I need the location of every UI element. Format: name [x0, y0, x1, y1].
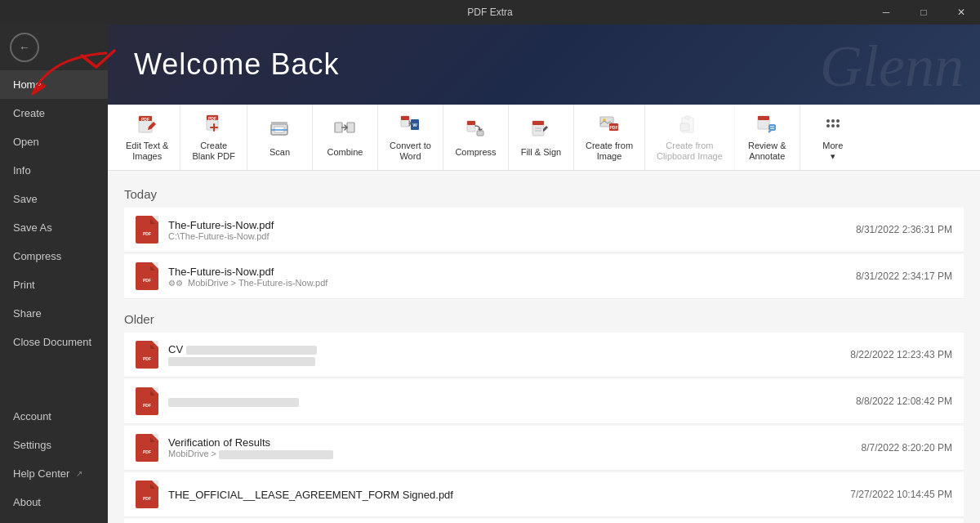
svg-marker-44 — [150, 219, 155, 224]
close-button[interactable]: ✕ — [942, 0, 980, 25]
svg-text:PDF: PDF — [208, 115, 216, 120]
compress-icon — [462, 116, 488, 142]
file-item[interactable]: PDF THE_OFFICIAL__LEASE_AGREEMENT_FORM S… — [124, 472, 964, 517]
tool-scan[interactable]: Scan — [247, 105, 313, 170]
sidebar-item-compress[interactable]: Compress — [0, 242, 108, 270]
svg-text:PDF: PDF — [141, 116, 149, 121]
sidebar-item-about[interactable]: About — [0, 488, 108, 516]
sidebar-item-home[interactable]: Home — [0, 70, 108, 99]
tool-review-annotate[interactable]: Review &Annotate — [735, 105, 800, 170]
svg-rect-13 — [347, 123, 354, 132]
sidebar-item-settings[interactable]: Settings — [0, 431, 108, 459]
external-link-icon: ↗ — [76, 469, 82, 478]
tool-more[interactable]: More▾ — [800, 105, 866, 170]
sidebar-label-settings: Settings — [13, 439, 51, 451]
sidebar-item-info[interactable]: Info — [0, 156, 108, 185]
sidebar-label-help: Help Center — [13, 467, 69, 480]
tool-compress-label: Compress — [455, 147, 496, 158]
sidebar-item-share[interactable]: Share — [0, 299, 108, 328]
restore-button[interactable]: □ — [905, 0, 942, 25]
svg-text:PDF: PDF — [143, 278, 151, 283]
tool-convert-word[interactable]: W Convert toWord — [378, 105, 443, 170]
back-button[interactable]: ← — [10, 33, 39, 62]
tool-more-label: More▾ — [822, 141, 843, 162]
sidebar-item-open[interactable]: Open — [0, 127, 108, 156]
sidebar-label-create: Create — [13, 107, 45, 119]
svg-rect-10 — [271, 122, 287, 125]
welcome-header: Welcome Back — [108, 25, 980, 105]
svg-rect-34 — [768, 124, 776, 131]
svg-point-42 — [836, 124, 840, 127]
svg-point-39 — [836, 119, 840, 123]
sidebar-nav: Home Create Open Info Save Save As Compr… — [0, 70, 108, 402]
file-item[interactable]: PDF 8/8/2022 12:08:42 PM — [124, 379, 964, 424]
svg-rect-46 — [139, 266, 155, 287]
minimize-button[interactable]: ─ — [867, 0, 905, 25]
create-image-icon: PDF — [596, 113, 622, 136]
tool-clipboard-label: Create fromClipboard Image — [657, 141, 723, 162]
main-content: Welcome Back PDF Edit Text &Images — [108, 25, 980, 523]
file-item[interactable]: PDF The-Future-is-Now.pdf C:\The-Future-… — [124, 208, 964, 253]
tool-create-image[interactable]: PDF Create fromImage — [574, 105, 645, 170]
svg-point-40 — [826, 124, 830, 127]
sidebar-item-save[interactable]: Save — [0, 185, 108, 213]
svg-text:PDF: PDF — [143, 231, 151, 236]
tool-fill-sign[interactable]: Fill & Sign — [509, 105, 574, 170]
sidebar-item-account[interactable]: Account — [0, 402, 108, 431]
clipboard-image-icon — [676, 113, 702, 136]
file-path — [168, 355, 840, 366]
svg-text:PDF: PDF — [143, 449, 151, 454]
file-details: CV — [168, 343, 840, 366]
file-item[interactable]: PDF CV 8/22/2022 12:23:43 PM — [124, 333, 964, 378]
sidebar-label-open: Open — [13, 136, 39, 148]
svg-marker-47 — [150, 266, 155, 270]
file-path: C:\The-Future-is-Now.pdf — [168, 231, 846, 241]
tool-compress[interactable]: Compress — [443, 105, 509, 170]
sidebar-item-save-as[interactable]: Save As — [0, 213, 108, 242]
file-date: 8/22/2022 12:23:43 PM — [850, 349, 952, 360]
file-date: 8/31/2022 2:36:31 PM — [856, 224, 952, 235]
tool-create-blank[interactable]: PDF CreateBlank PDF — [180, 105, 247, 170]
sidebar-label-save-as: Save As — [13, 221, 52, 234]
svg-rect-31 — [680, 123, 689, 131]
section-older: Older — [124, 312, 964, 326]
pdf-file-icon: PDF — [136, 434, 158, 462]
file-area[interactable]: Today PDF The-Future-is-Now.pdf C:\The-F… — [108, 171, 980, 523]
file-path: MobiDrive > — [168, 449, 852, 459]
svg-rect-12 — [335, 123, 342, 132]
sidebar-item-print[interactable]: Print — [0, 270, 108, 299]
welcome-title: Welcome Back — [134, 47, 954, 82]
scan-icon — [266, 116, 292, 142]
tool-edit-text[interactable]: PDF Edit Text &Images — [114, 105, 180, 170]
file-date: 8/8/2022 12:08:42 PM — [856, 396, 952, 407]
tool-create-blank-label: CreateBlank PDF — [192, 141, 235, 162]
pdf-file-icon: PDF — [136, 481, 158, 508]
sidebar-item-help[interactable]: Help Center ↗ — [0, 459, 108, 488]
file-item[interactable]: PDF report.pdf 7/27/2022 10:14:17 PM — [124, 519, 964, 523]
create-blank-icon: PDF — [201, 113, 227, 136]
sidebar-item-create[interactable]: Create — [0, 99, 108, 127]
sidebar-label-compress: Compress — [13, 250, 61, 262]
pdf-file-icon: PDF — [136, 262, 158, 290]
file-name: Verification of Results — [168, 436, 852, 449]
tool-convert-word-label: Convert toWord — [390, 141, 431, 162]
tool-combine[interactable]: Combine — [313, 105, 378, 170]
svg-rect-20 — [477, 131, 483, 136]
pdf-file-icon: PDF — [136, 387, 158, 415]
file-item[interactable]: PDF The-Future-is-Now.pdf ⚙⚙ MobiDrive >… — [124, 254, 964, 299]
app-title: PDF Extra — [467, 7, 512, 18]
file-details — [168, 396, 846, 408]
tool-scan-label: Scan — [270, 147, 290, 158]
svg-marker-53 — [150, 391, 155, 396]
file-item[interactable]: PDF Verification of Results MobiDrive > … — [124, 426, 964, 471]
svg-text:W: W — [413, 123, 418, 127]
pdf-file-icon: PDF — [136, 216, 158, 244]
svg-text:PDF: PDF — [143, 496, 151, 501]
titlebar: PDF Extra ─ □ ✕ — [0, 0, 980, 25]
sidebar-item-close-doc[interactable]: Close Document — [0, 328, 108, 356]
file-details: THE_OFFICIAL__LEASE_AGREEMENT_FORM Signe… — [168, 489, 840, 501]
file-date: 7/27/2022 10:14:45 PM — [850, 489, 952, 500]
sidebar-label-save: Save — [13, 193, 38, 205]
sidebar-label-account: Account — [13, 410, 51, 422]
fill-sign-icon — [528, 116, 554, 142]
